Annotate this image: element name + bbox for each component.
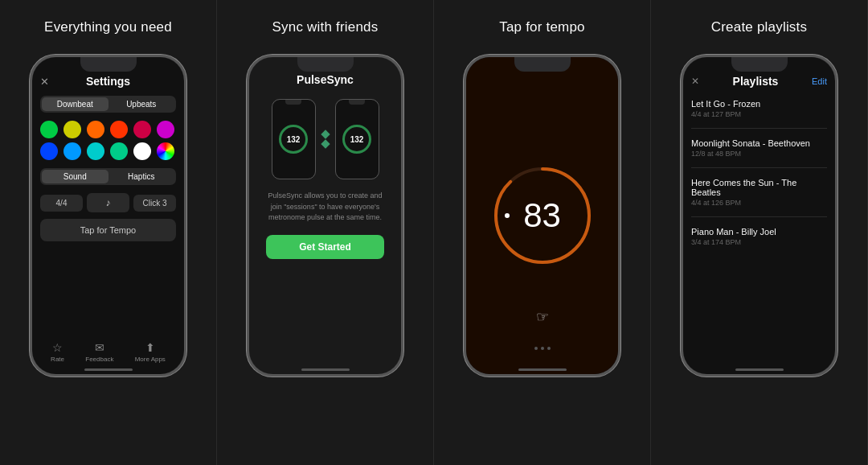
color-white[interactable] — [133, 142, 151, 160]
bpm-left: 132 — [287, 135, 301, 144]
sync-diamonds — [322, 131, 329, 147]
phone-screen-2: PulseSync 132 — [249, 57, 401, 374]
nav-feedback[interactable]: ✉ Feedback — [85, 341, 113, 363]
color-lightblue[interactable] — [63, 142, 81, 160]
phone-notch-3 — [514, 57, 571, 72]
pl-divider-2 — [691, 167, 827, 168]
song-meta-4: 3/4 at 174 BPM — [691, 238, 827, 246]
panel-playlists: Create playlists ✕ Playlists Edit Let It… — [651, 0, 868, 465]
phone-screen-3: 83 ☞ — [466, 57, 618, 374]
playlists-header: ✕ Playlists Edit — [691, 75, 827, 88]
beat-segment-control[interactable]: Downbeat Upbeats — [40, 96, 176, 113]
nav-rate[interactable]: ☆ Rate — [51, 341, 64, 363]
playlists-edit-button[interactable]: Edit — [812, 76, 827, 86]
color-green[interactable] — [40, 121, 58, 138]
tempo-screen[interactable]: 83 ☞ — [466, 57, 618, 374]
star-icon: ☆ — [52, 341, 63, 354]
panel1-title: Everything you need — [44, 10, 172, 45]
home-indicator-2 — [301, 368, 350, 371]
color-red[interactable] — [110, 121, 128, 138]
settings-header: ✕ Settings — [40, 75, 176, 88]
phone-screen-4: ✕ Playlists Edit Let It Go - Frozen 4/4 … — [683, 57, 835, 374]
phone-frame-2: PulseSync 132 — [247, 55, 403, 377]
panel2-title: Sync with friends — [272, 10, 379, 45]
music-note-button[interactable]: ♪ — [87, 193, 129, 212]
pl-divider-3 — [691, 216, 827, 217]
playlist-item-4[interactable]: Piano Man - Billy Joel 3/4 at 174 BPM — [691, 227, 827, 246]
color-magenta[interactable] — [157, 121, 174, 138]
time-sig-button[interactable]: 4/4 — [40, 195, 83, 212]
home-indicator-4 — [735, 368, 784, 371]
diamond-top — [321, 130, 330, 138]
pulsesync-description: PulseSync allows you to create and join … — [256, 191, 395, 224]
song-meta-1: 4/4 at 127 BPM — [691, 110, 827, 118]
playlist-item-2[interactable]: Moonlight Sonata - Beethoven 12/8 at 48 … — [691, 138, 827, 158]
color-purple[interactable] — [157, 142, 174, 160]
phone-frame-4: ✕ Playlists Edit Let It Go - Frozen 4/4 … — [681, 55, 837, 377]
home-indicator-1 — [84, 368, 133, 371]
tempo-beat-dot — [505, 213, 510, 218]
tempo-dot-1 — [534, 347, 538, 350]
color-cyan[interactable] — [87, 142, 104, 160]
song-title-4: Piano Man - Billy Joel — [691, 227, 827, 237]
nav-more-apps[interactable]: ⬆ More Apps — [135, 341, 166, 363]
playlists-title: Playlists — [733, 75, 779, 88]
panel-tempo: Tap for tempo 83 ☞ — [434, 0, 651, 465]
pulsesync-title: PulseSync — [297, 73, 354, 86]
phone-frame-1: ✕ Settings Downbeat Upbeats — [30, 55, 186, 377]
phone-notch-1 — [80, 57, 137, 72]
panel-sync: Sync with friends PulseSync 132 — [217, 0, 434, 465]
bottom-nav: ☆ Rate ✉ Feedback ⬆ More Apps — [40, 341, 176, 368]
mail-icon: ✉ — [95, 341, 104, 354]
color-orange[interactable] — [87, 121, 104, 138]
phone-notch-2 — [297, 57, 354, 72]
mini-notch-right — [349, 100, 365, 105]
diamond-bottom — [321, 139, 330, 148]
downbeat-button[interactable]: Downbeat — [42, 97, 108, 111]
panel3-title: Tap for tempo — [499, 10, 585, 45]
get-started-button[interactable]: Get Started — [266, 235, 384, 259]
bpm-right: 132 — [350, 135, 364, 144]
sound-button[interactable]: Sound — [42, 170, 108, 183]
upbeats-button[interactable]: Upbeats — [108, 97, 175, 111]
haptics-button[interactable]: Haptics — [108, 170, 175, 183]
color-blue[interactable] — [40, 142, 58, 160]
pulsesync-screen: PulseSync 132 — [249, 57, 401, 374]
pl-divider-1 — [691, 128, 827, 129]
click-button[interactable]: Click 3 — [133, 195, 176, 212]
settings-close-icon[interactable]: ✕ — [40, 76, 49, 88]
panel-everything: Everything you need ✕ Settings Downbeat … — [0, 0, 217, 465]
ring-display-right: 132 — [342, 125, 371, 154]
tap-tempo-button[interactable]: Tap for Tempo — [40, 219, 176, 241]
playlist-item-1[interactable]: Let It Go - Frozen 4/4 at 127 BPM — [691, 99, 827, 118]
tempo-bpm-display: 83 — [523, 196, 561, 235]
sound-segment-control[interactable]: Sound Haptics — [40, 168, 176, 185]
phones-container: 132 132 — [272, 99, 379, 179]
song-meta-2: 12/8 at 48 BPM — [691, 150, 827, 158]
more-apps-label: More Apps — [135, 356, 166, 363]
mini-screen-left: 132 — [272, 100, 315, 179]
tempo-ring: 83 — [490, 163, 595, 268]
tempo-dot-2 — [541, 347, 544, 350]
color-grid — [40, 121, 176, 160]
phone-frame-3: 83 ☞ — [464, 55, 620, 377]
song-title-3: Here Comes the Sun - The Beatles — [691, 178, 827, 197]
song-title-1: Let It Go - Frozen — [691, 99, 827, 109]
settings-screen: ✕ Settings Downbeat Upbeats — [32, 57, 184, 374]
phone-notch-4 — [731, 57, 788, 72]
feedback-label: Feedback — [85, 356, 113, 363]
panel4-title: Create playlists — [711, 10, 807, 45]
rate-label: Rate — [51, 356, 64, 363]
mini-phone-right: 132 — [335, 99, 379, 179]
playlist-item-3[interactable]: Here Comes the Sun - The Beatles 4/4 at … — [691, 178, 827, 207]
controls-row: 4/4 ♪ Click 3 — [40, 193, 176, 212]
home-indicator-3 — [518, 368, 567, 371]
ring-display-left: 132 — [279, 125, 308, 154]
color-teal[interactable] — [110, 142, 128, 160]
playlists-close-icon[interactable]: ✕ — [691, 76, 699, 87]
color-pink[interactable] — [133, 121, 151, 138]
color-yellow[interactable] — [63, 121, 81, 138]
share-icon: ⬆ — [145, 341, 155, 354]
mini-phone-left: 132 — [272, 99, 316, 179]
mini-screen-right: 132 — [336, 100, 379, 179]
